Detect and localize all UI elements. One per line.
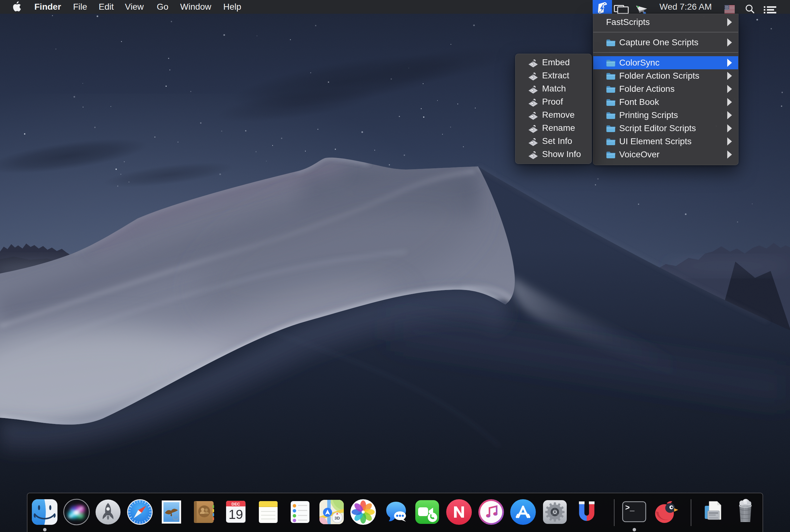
svg-text:19: 19 bbox=[229, 507, 243, 522]
svg-text:3D: 3D bbox=[334, 516, 340, 520]
svg-text:DEC: DEC bbox=[231, 502, 240, 507]
svg-text:>_: >_ bbox=[625, 504, 635, 513]
